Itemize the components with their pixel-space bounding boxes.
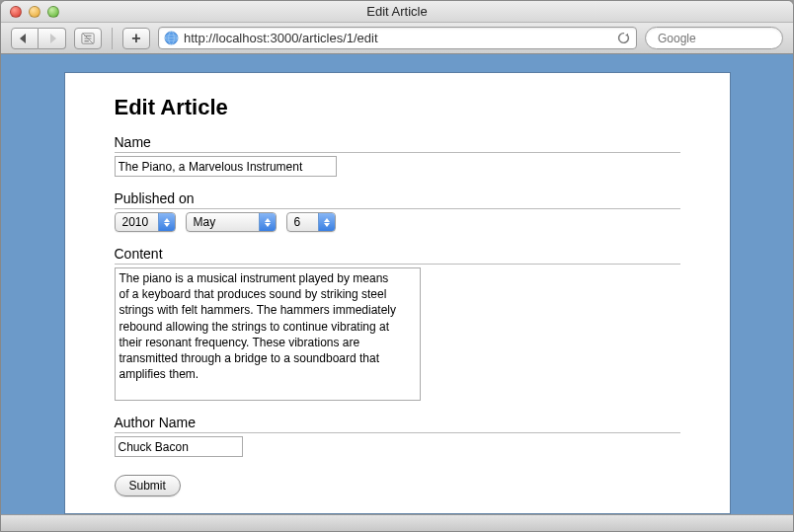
- search-bar[interactable]: [645, 27, 783, 49]
- minimize-window-button[interactable]: [29, 6, 40, 18]
- author-field: Author Name: [115, 415, 680, 457]
- day-select[interactable]: 6: [286, 212, 336, 232]
- close-window-button[interactable]: [10, 6, 22, 18]
- submit-button[interactable]: Submit: [115, 475, 181, 496]
- day-value: 6: [294, 215, 301, 229]
- content-textarea[interactable]: [116, 268, 420, 397]
- plus-icon: +: [131, 30, 140, 47]
- browser-toolbar: +: [1, 23, 793, 54]
- viewport: Edit Article Name Published on 2010 May: [1, 54, 793, 514]
- submit-row: Submit: [115, 475, 680, 496]
- site-favicon: [163, 31, 179, 46]
- forward-icon: [46, 34, 58, 43]
- browser-window: Edit Article +: [0, 0, 794, 532]
- name-field: Name: [115, 134, 680, 177]
- content-label: Content: [115, 246, 680, 265]
- page-content: Edit Article Name Published on 2010 May: [64, 72, 731, 514]
- back-button[interactable]: [11, 28, 39, 49]
- year-value: 2010: [122, 215, 149, 229]
- back-icon: [19, 34, 31, 43]
- page-heading: Edit Article: [115, 95, 680, 120]
- year-select[interactable]: 2010: [115, 212, 176, 232]
- select-arrows-icon: [158, 213, 175, 231]
- nav-segment: [11, 28, 66, 49]
- select-arrows-icon: [318, 213, 335, 231]
- name-label: Name: [115, 134, 680, 153]
- author-input[interactable]: [115, 436, 243, 457]
- window-title: Edit Article: [1, 4, 793, 19]
- published-label: Published on: [115, 190, 680, 209]
- author-label: Author Name: [115, 415, 680, 433]
- reload-icon: [617, 32, 630, 44]
- content-field: Content: [115, 246, 680, 401]
- month-select[interactable]: May: [186, 212, 277, 232]
- globe-icon: [164, 31, 179, 45]
- address-bar[interactable]: [158, 27, 637, 49]
- select-arrows-icon: [259, 213, 276, 231]
- add-bookmark-button[interactable]: +: [122, 28, 150, 49]
- window-controls: [1, 6, 59, 18]
- month-value: May: [194, 215, 216, 229]
- toolbar-divider: [112, 28, 113, 49]
- search-input[interactable]: [658, 32, 794, 45]
- titlebar: Edit Article: [1, 1, 793, 23]
- zoom-window-button[interactable]: [47, 6, 59, 18]
- name-input[interactable]: [115, 156, 337, 177]
- reader-button[interactable]: [74, 28, 102, 49]
- published-field: Published on 2010 May 6: [115, 190, 680, 232]
- forward-button[interactable]: [39, 28, 66, 49]
- reader-icon: [81, 32, 95, 45]
- reload-button[interactable]: [614, 30, 632, 47]
- url-input[interactable]: [184, 31, 609, 45]
- status-bar: [1, 514, 793, 531]
